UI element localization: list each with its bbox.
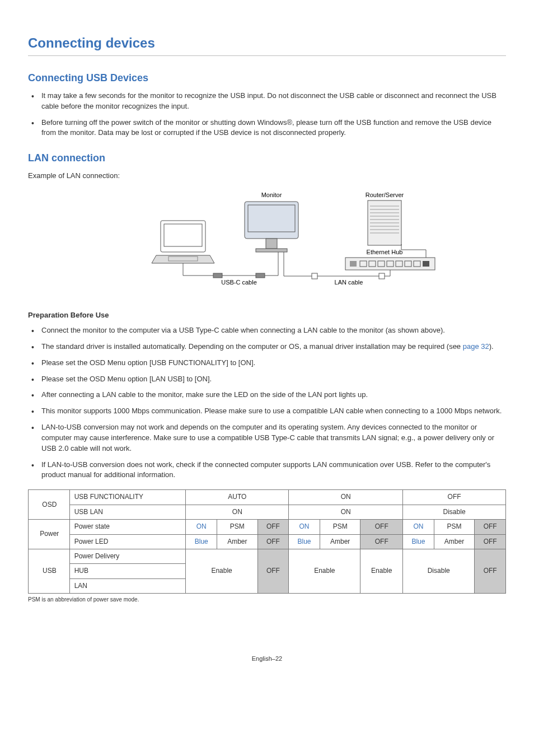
cell: Disable <box>403 549 475 593</box>
table-row: USB LAN ON ON Disable <box>29 505 506 519</box>
cell-power-state: Power state <box>69 520 186 534</box>
diagram-label-usbc: USB-C cable <box>221 279 257 286</box>
svg-rect-1 <box>164 224 202 246</box>
list-item: If LAN-to-USB conversion does not work, … <box>28 460 506 481</box>
cell: ON <box>289 520 320 534</box>
svg-rect-28 <box>256 273 265 278</box>
section-lan-heading: LAN connection <box>28 151 506 165</box>
cell: ON <box>186 505 289 519</box>
ethernet-hub-icon <box>345 258 435 270</box>
cell: PSM <box>217 520 258 534</box>
server-icon <box>368 200 401 245</box>
page-title: Connecting devices <box>28 34 506 53</box>
prep-bullet-list: Connect the monitor to the computer via … <box>28 325 506 480</box>
svg-rect-5 <box>266 239 277 249</box>
list-item: Connect the monitor to the computer via … <box>28 325 506 336</box>
cell: OFF <box>257 534 289 549</box>
diagram-label-ehub: Ethernet Hub <box>367 249 403 255</box>
diagram-label-lan: LAN cable <box>335 279 363 286</box>
cell-hub: HUB <box>69 564 186 578</box>
cell: ON <box>403 520 434 534</box>
cell: Amber <box>320 534 360 549</box>
list-item: Please set the OSD Menu option [USB FUNC… <box>28 358 506 368</box>
svg-rect-30 <box>379 273 385 279</box>
cell: Enable <box>360 549 403 593</box>
svg-rect-27 <box>213 273 222 278</box>
table-footnote: PSM is an abbreviation of power save mod… <box>28 596 506 604</box>
svg-rect-17 <box>345 258 435 270</box>
list-item: The standard driver is installed automat… <box>28 342 506 352</box>
cell: Amber <box>217 534 258 549</box>
cell-power: Power <box>29 520 70 549</box>
prep-heading: Preparation Before Use <box>28 310 506 321</box>
cell: OFF <box>475 549 506 593</box>
cell: Enable <box>289 549 360 593</box>
cell: Enable <box>186 549 257 593</box>
table-row: Power LED Blue Amber OFF Blue Amber OFF … <box>29 534 506 549</box>
cell: OFF <box>475 534 506 549</box>
page-link[interactable]: page 32 <box>463 342 489 351</box>
cell-power-led: Power LED <box>69 534 186 549</box>
laptop-icon <box>152 221 214 263</box>
cell: OFF <box>257 549 289 593</box>
cell: Amber <box>434 534 475 549</box>
table-row: Power Power state ON PSM OFF ON PSM OFF … <box>29 520 506 534</box>
cell: OFF <box>360 534 403 549</box>
svg-rect-6 <box>256 249 287 252</box>
cell-usb: USB <box>29 549 70 593</box>
cell: OFF <box>475 520 506 534</box>
cell-pd: Power Delivery <box>69 549 186 563</box>
monitor-icon <box>245 202 298 252</box>
cell: Blue <box>289 534 320 549</box>
cell-usb-func: USB FUNCTIONALITY <box>69 490 186 505</box>
cell: Blue <box>186 534 217 549</box>
cell: OFF <box>257 520 289 534</box>
table-row: USB Power Delivery Enable OFF Enable Ena… <box>29 549 506 563</box>
text: ). <box>489 342 494 351</box>
svg-rect-3 <box>245 202 298 239</box>
lan-intro: Example of LAN connection: <box>28 171 506 181</box>
lan-diagram: Monitor Router/Server Ethernet Hub <box>28 188 506 300</box>
diagram-label-monitor: Monitor <box>261 192 282 198</box>
usb-bullet-list: It may take a few seconds for the monito… <box>28 91 506 138</box>
diagram-label-router: Router/Server <box>366 192 404 198</box>
cell: OFF <box>360 520 403 534</box>
cell: Disable <box>403 505 506 519</box>
osd-table: OSD USB FUNCTIONALITY AUTO ON OFF USB LA… <box>28 489 506 594</box>
svg-rect-29 <box>312 273 317 279</box>
cell: ON <box>289 490 403 505</box>
cell-usb-lan: USB LAN <box>69 505 186 519</box>
cell-lan: LAN <box>69 578 186 593</box>
cell: PSM <box>434 520 475 534</box>
table-row: OSD USB FUNCTIONALITY AUTO ON OFF <box>29 490 506 505</box>
cell: ON <box>186 520 217 534</box>
diagram-svg: Monitor Router/Server Ethernet Hub <box>88 188 446 300</box>
cell: ON <box>289 505 403 519</box>
cell: Blue <box>403 534 434 549</box>
cell-osd: OSD <box>29 490 70 520</box>
text: The standard driver is installed automat… <box>41 342 463 351</box>
list-item: Before turning off the power switch of t… <box>28 118 506 139</box>
list-item: Please set the OSD Menu option [LAN USB]… <box>28 374 506 385</box>
list-item: After connecting a LAN cable to the moni… <box>28 390 506 400</box>
cell: AUTO <box>186 490 289 505</box>
page-footer: English–22 <box>28 655 506 664</box>
section-usb-heading: Connecting USB Devices <box>28 71 506 85</box>
list-item: LAN-to-USB conversion may not work and d… <box>28 422 506 454</box>
list-item: It may take a few seconds for the monito… <box>28 91 506 112</box>
list-item: This monitor supports 1000 Mbps communic… <box>28 406 506 417</box>
title-rule <box>28 55 506 56</box>
cell: PSM <box>320 520 360 534</box>
svg-rect-0 <box>161 221 205 252</box>
cell: OFF <box>403 490 506 505</box>
svg-rect-18 <box>350 261 357 267</box>
svg-rect-26 <box>423 261 429 267</box>
